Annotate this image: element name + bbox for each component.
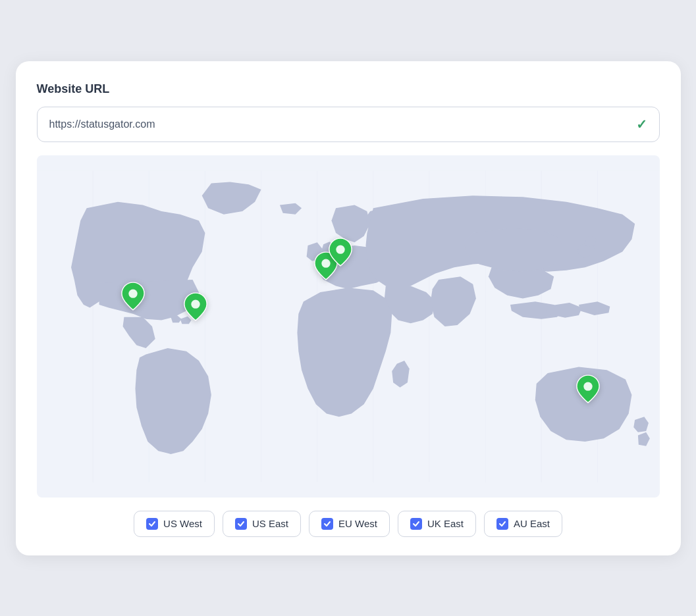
- pin-us-east: [183, 292, 208, 324]
- region-chip-uk-east[interactable]: UK East: [398, 511, 476, 537]
- svg-point-14: [336, 245, 344, 253]
- pin-au-east: [576, 374, 601, 407]
- check-icon: ✓: [636, 116, 647, 132]
- pin-uk-east: [328, 237, 353, 270]
- map-container: [37, 155, 660, 498]
- region-label-uk-east: UK East: [427, 518, 464, 529]
- regions-row: US West US East EU West: [37, 511, 660, 537]
- region-label-us-east: US East: [252, 518, 288, 529]
- region-label-au-east: AU East: [514, 518, 550, 529]
- pin-us-west: [120, 281, 146, 314]
- svg-point-11: [128, 290, 137, 298]
- region-chip-us-west[interactable]: US West: [134, 511, 215, 537]
- region-label-us-west: US West: [163, 518, 202, 529]
- region-chip-au-east[interactable]: AU East: [484, 511, 562, 537]
- region-label-eu-west: EU West: [338, 518, 377, 529]
- main-card: Website URL ✓: [16, 61, 681, 555]
- svg-point-15: [583, 382, 592, 390]
- checkbox-eu-west[interactable]: [321, 518, 333, 530]
- url-input-wrapper: ✓: [37, 107, 660, 142]
- url-input[interactable]: [49, 118, 636, 130]
- region-chip-eu-west[interactable]: EU West: [309, 511, 390, 537]
- svg-point-12: [191, 299, 200, 308]
- checkbox-uk-east[interactable]: [410, 518, 422, 530]
- section-title: Website URL: [37, 82, 660, 96]
- world-map-svg: [37, 155, 660, 498]
- checkbox-us-west[interactable]: [146, 518, 158, 530]
- checkbox-us-east[interactable]: [235, 518, 247, 530]
- region-chip-us-east[interactable]: US East: [223, 511, 301, 537]
- checkbox-au-east[interactable]: [496, 518, 508, 530]
